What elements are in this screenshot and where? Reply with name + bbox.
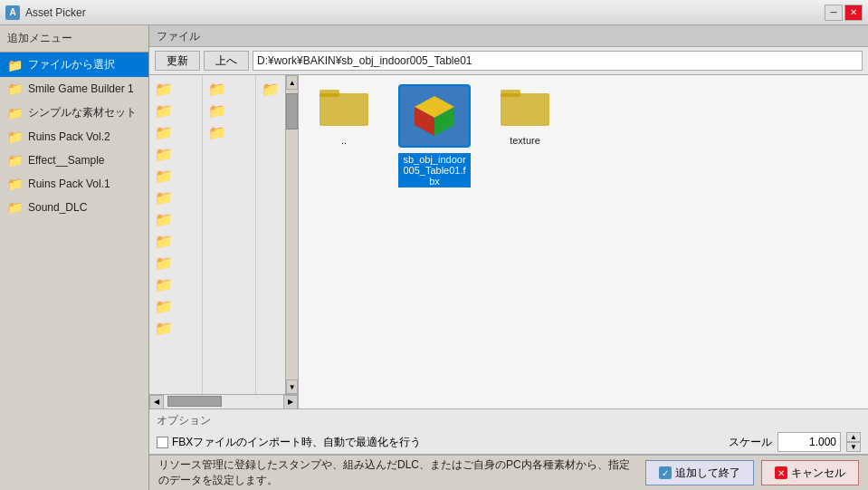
scroll-down-button[interactable]: ▼ bbox=[286, 380, 298, 394]
file-browser: 📁 📁 📁 📁 📁 📁 📁 📁 📁 📁 📁 📁 bbox=[149, 75, 868, 408]
fbx-icon bbox=[398, 84, 471, 148]
sidebar-item-ruins2[interactable]: 📁 Ruins Pack Vol.2 bbox=[0, 125, 148, 149]
options-label: オプション bbox=[157, 413, 861, 428]
mini-folder[interactable]: 📁 bbox=[151, 79, 176, 99]
sidebar-item-label: Sound_DLC bbox=[28, 201, 87, 214]
sidebar-item-smile[interactable]: 📁 Smile Game Builder 1 bbox=[0, 77, 148, 101]
folder-scrollbar[interactable]: ▲ ▼ bbox=[285, 75, 298, 394]
minimize-button[interactable]: ─ bbox=[825, 5, 843, 21]
status-text: リソース管理に登録したスタンプや、組み込んだDLC、またはご自身のPC内各種素材… bbox=[158, 457, 638, 488]
cancel-button-label: キャンセル bbox=[791, 466, 845, 481]
sidebar-item-simple[interactable]: 📁 シンプルな素材セット bbox=[0, 101, 148, 125]
sidebar-item-ruins1[interactable]: 📁 Ruins Pack Vol.1 bbox=[0, 172, 148, 196]
mini-folder[interactable]: 📁 bbox=[205, 79, 230, 99]
h-scroll-track bbox=[164, 395, 283, 408]
h-scrollbar: ◀ ▶ bbox=[149, 394, 298, 408]
file-label: .. bbox=[341, 135, 347, 146]
folder-col-1: 📁 📁 📁 📁 📁 📁 📁 📁 📁 📁 📁 📁 bbox=[149, 75, 203, 394]
up-button[interactable]: 上へ bbox=[204, 51, 249, 71]
mini-folder[interactable]: 📁 bbox=[151, 187, 176, 207]
mini-folder[interactable]: 📁 bbox=[151, 101, 176, 120]
title-bar: A Asset Picker ─ ✕ bbox=[0, 0, 868, 25]
checkbox-row: FBXファイルのインポート時、自動で最適化を行う bbox=[157, 435, 421, 450]
mini-folder[interactable]: 📁 bbox=[151, 318, 176, 338]
add-button[interactable]: ✓ 追加して終了 bbox=[645, 460, 754, 485]
cancel-icon: ✕ bbox=[775, 466, 787, 479]
sidebar-item-files[interactable]: 📁 ファイルから選択 bbox=[0, 53, 148, 77]
mini-folder[interactable]: 📁 bbox=[258, 79, 283, 99]
file-item-texture[interactable]: texture bbox=[489, 84, 561, 146]
scale-spinner: ▲ ▼ bbox=[846, 432, 861, 452]
sidebar: 追加メニュー 📁 ファイルから選択 📁 Smile Game Builder 1… bbox=[0, 25, 149, 490]
svg-rect-1 bbox=[320, 90, 339, 97]
file-item-fbx[interactable]: sb_obj_indoor005_Table01.fbx bbox=[398, 84, 471, 187]
main-container: 追加メニュー 📁 ファイルから選択 📁 Smile Game Builder 1… bbox=[0, 25, 868, 490]
folder-icon: 📁 bbox=[7, 177, 23, 191]
path-input[interactable] bbox=[253, 51, 863, 71]
sidebar-item-sound[interactable]: 📁 Sound_DLC bbox=[0, 196, 148, 219]
sidebar-item-label: Effect__Sample bbox=[28, 154, 105, 167]
optimize-checkbox[interactable] bbox=[157, 437, 168, 448]
folder-icon: 📁 bbox=[7, 82, 23, 96]
status-bar: リソース管理に登録したスタンプや、組み込んだDLC、またはご自身のPC内各種素材… bbox=[149, 454, 868, 490]
folder-col-3: 📁 bbox=[256, 75, 285, 394]
mini-folder[interactable]: 📁 bbox=[205, 101, 230, 120]
mini-folder[interactable]: 📁 bbox=[205, 122, 230, 142]
mini-folder[interactable]: 📁 bbox=[151, 166, 176, 186]
sidebar-item-label: ファイルから選択 bbox=[28, 57, 115, 72]
options-row: FBXファイルのインポート時、自動で最適化を行う スケール ▲ ▼ bbox=[157, 432, 861, 452]
mini-folder[interactable]: 📁 bbox=[151, 144, 176, 164]
mini-folder[interactable]: 📁 bbox=[151, 253, 176, 273]
svg-rect-6 bbox=[501, 90, 520, 97]
file-label: texture bbox=[510, 135, 540, 146]
h-scroll-right-button[interactable]: ▶ bbox=[283, 395, 298, 409]
scale-input[interactable] bbox=[777, 432, 841, 452]
mini-folder[interactable]: 📁 bbox=[151, 296, 176, 316]
file-panel-header: ファイル bbox=[149, 25, 868, 47]
h-scroll-thumb[interactable] bbox=[167, 396, 222, 407]
folder-icon: 📁 bbox=[7, 58, 23, 72]
folder-icon: 📁 bbox=[7, 130, 23, 144]
file-item-dotdot[interactable]: .. bbox=[308, 84, 380, 146]
folder-list-inner: 📁 📁 📁 📁 📁 📁 📁 📁 📁 📁 📁 📁 bbox=[149, 75, 298, 394]
svg-rect-0 bbox=[320, 93, 368, 126]
mini-folder[interactable]: 📁 bbox=[151, 231, 176, 251]
file-grid: .. sb_obj bbox=[299, 75, 868, 408]
folder-list: 📁 📁 📁 📁 📁 📁 📁 📁 📁 📁 📁 📁 bbox=[149, 75, 299, 408]
mini-folder[interactable]: 📁 bbox=[151, 274, 176, 294]
sidebar-item-label: Ruins Pack Vol.2 bbox=[28, 130, 110, 143]
folder-icon: 📁 bbox=[7, 106, 23, 120]
app-icon: A bbox=[5, 5, 20, 20]
sidebar-item-label: Smile Game Builder 1 bbox=[28, 82, 134, 95]
sidebar-item-label: シンプルな素材セット bbox=[28, 105, 137, 120]
add-icon: ✓ bbox=[659, 466, 672, 479]
scale-down-button[interactable]: ▼ bbox=[846, 442, 861, 452]
scale-up-button[interactable]: ▲ bbox=[846, 432, 861, 442]
svg-rect-5 bbox=[501, 93, 549, 126]
sidebar-item-effect[interactable]: 📁 Effect__Sample bbox=[0, 149, 148, 172]
title-bar-buttons: ─ ✕ bbox=[825, 5, 863, 21]
update-button[interactable]: 更新 bbox=[155, 51, 200, 71]
sidebar-header: 追加メニュー bbox=[0, 25, 148, 53]
options-bar: オプション FBXファイルのインポート時、自動で最適化を行う スケール ▲ ▼ bbox=[149, 408, 868, 454]
folder-icon: 📁 bbox=[7, 200, 23, 215]
add-button-label: 追加して終了 bbox=[675, 466, 740, 481]
mini-folder[interactable]: 📁 bbox=[151, 209, 176, 229]
folder-icon-large bbox=[498, 84, 552, 130]
sidebar-item-label: Ruins Pack Vol.1 bbox=[28, 178, 110, 190]
folder-icon: 📁 bbox=[7, 153, 23, 168]
folder-col-2: 📁 📁 📁 bbox=[203, 75, 256, 394]
scroll-thumb[interactable] bbox=[286, 93, 298, 130]
toolbar: 更新 上へ bbox=[149, 47, 868, 75]
cancel-button[interactable]: ✕ キャンセル bbox=[761, 460, 859, 485]
scale-row: スケール ▲ ▼ bbox=[729, 432, 861, 452]
folder-icon-large bbox=[317, 84, 371, 130]
file-label: sb_obj_indoor005_Table01.fbx bbox=[398, 153, 471, 187]
right-panel: ファイル 更新 上へ 📁 📁 📁 📁 📁 📁 bbox=[149, 25, 868, 490]
mini-folder[interactable]: 📁 bbox=[151, 122, 176, 142]
optimize-label: FBXファイルのインポート時、自動で最適化を行う bbox=[172, 435, 421, 450]
close-button[interactable]: ✕ bbox=[844, 5, 863, 21]
h-scroll-left-button[interactable]: ◀ bbox=[149, 395, 164, 409]
title-bar-text: Asset Picker bbox=[25, 6, 825, 19]
scroll-up-button[interactable]: ▲ bbox=[286, 75, 298, 90]
